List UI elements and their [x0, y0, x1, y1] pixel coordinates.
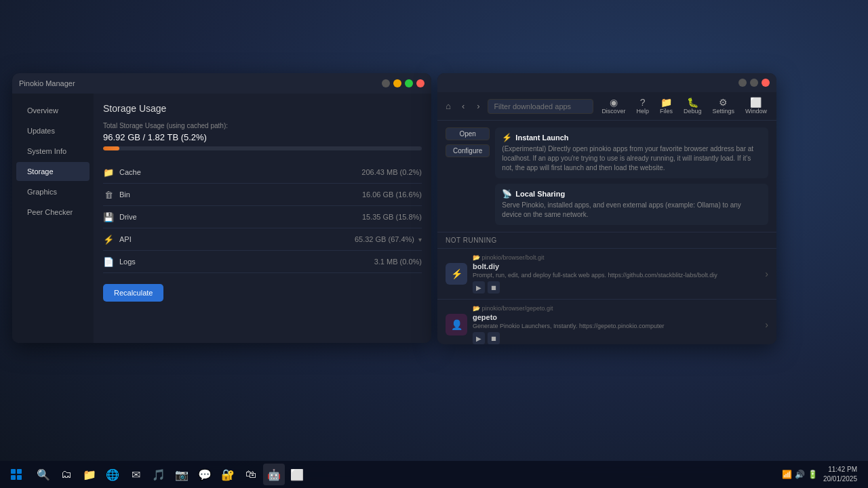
app-browser-window: ⌂ ‹ › ◉ Discover ? Help 📁 Files 🐛 Debug … — [437, 73, 776, 344]
sidebar-item-storage[interactable]: Storage — [16, 162, 90, 181]
taskbar-search-icon[interactable]: 🔍 — [33, 464, 54, 485]
gepeto-repo-icon: 📂 — [473, 305, 480, 312]
taskbar-security-icon[interactable]: 🔐 — [217, 464, 239, 485]
close-button[interactable] — [416, 79, 425, 87]
bolt-info: 📂 pinokio/browser/bolt.git bolt.diy Prom… — [473, 254, 760, 293]
volume-icon: 🔊 — [795, 470, 805, 479]
debug-toolbar-item[interactable]: 🐛 Debug — [679, 96, 706, 116]
recalculate-button[interactable]: Recalculate — [103, 284, 163, 302]
api-name: API — [119, 235, 132, 243]
not-running-label: NOT RUNNING — [437, 232, 776, 249]
taskbar-date-display: 20/01/2025 — [823, 474, 857, 484]
help-toolbar-item[interactable]: ? Help — [632, 96, 653, 116]
cache-size: 206.43 MB (0.2%) — [361, 168, 422, 176]
fullscreen-button[interactable] — [405, 79, 413, 87]
local-sharing-panel: 📡 Local Sharing Serve Pinokio, installed… — [495, 184, 768, 225]
info-panels: ⚡ Instant Launch (Experimental) Directly… — [495, 127, 768, 225]
cache-icon: 📁 — [103, 167, 114, 178]
sidebar-item-updates[interactable]: Updates — [16, 121, 90, 140]
storage-item-bin[interactable]: 🗑 Bin 16.06 GB (16.6%) — [103, 184, 422, 206]
bin-name: Bin — [119, 190, 130, 199]
api-size: 65.32 GB (67.4%) ▾ — [355, 235, 422, 243]
back-button[interactable]: ‹ — [458, 99, 469, 114]
taskbar-music-icon[interactable]: 🎵 — [148, 464, 170, 485]
bolt-play-button[interactable]: ▶ — [473, 281, 485, 293]
taskbar-terminal-icon[interactable]: ⬜ — [286, 464, 308, 485]
debug-label: Debug — [684, 108, 702, 115]
pinokio-title: Pinokio Manager — [19, 79, 75, 87]
window-toolbar-item[interactable]: ⬜ Window — [741, 96, 771, 116]
discover-toolbar-item[interactable]: ◉ Discover — [597, 96, 629, 116]
bolt-stop-button[interactable]: ⏹ — [488, 281, 500, 293]
settings-toolbar-item[interactable]: ⚙ Settings — [708, 96, 738, 116]
minimize-button[interactable] — [382, 79, 390, 87]
bolt-repo-path: 📂 pinokio/browser/bolt.git — [473, 254, 760, 261]
maximize-button[interactable] — [393, 79, 401, 87]
gepeto-stop-button[interactable]: ⏹ — [488, 332, 500, 344]
instant-launch-desc: (Experimental) Directly open pinokio app… — [502, 144, 762, 173]
app-maximize-button[interactable] — [750, 79, 758, 87]
open-button[interactable]: Open — [446, 127, 490, 140]
bolt-action-buttons: ▶ ⏹ — [473, 281, 760, 293]
bolt-repo-icon: 📂 — [473, 254, 480, 261]
gepeto-repo-path: 📂 pinokio/browser/gepeto.git — [473, 305, 760, 312]
taskbar-taskview-icon[interactable]: 🗂 — [56, 464, 77, 485]
app-close-button[interactable] — [762, 79, 770, 87]
taskbar-mail-icon[interactable]: ✉ — [125, 464, 146, 485]
bin-size: 16.06 GB (16.6%) — [362, 190, 422, 199]
sidebar: Overview Updates System Info Storage Gra… — [12, 94, 94, 343]
sidebar-item-overview[interactable]: Overview — [16, 101, 90, 120]
taskbar-edge-icon[interactable]: 🌐 — [102, 464, 123, 485]
pinokio-manager-window: Pinokio Manager Overview Updates System … — [12, 73, 431, 343]
gepeto-desc: Generate Pinokio Launchers, Instantly. h… — [473, 323, 760, 329]
discover-label: Discover — [601, 108, 625, 115]
bolt-name: bolt.diy — [473, 262, 760, 270]
taskbar-clock[interactable]: 11:42 PM 20/01/2025 — [823, 465, 857, 484]
storage-item-logs[interactable]: 📄 Logs 3.1 MB (0.0%) — [103, 251, 422, 273]
bolt-avatar: ⚡ — [446, 263, 467, 285]
info-buttons: Open Configure — [446, 127, 490, 225]
drive-size: 15.35 GB (15.8%) — [362, 213, 422, 221]
taskbar-chat-icon[interactable]: 💬 — [194, 464, 216, 485]
gepeto-info: 📂 pinokio/browser/gepeto.git gepeto Gene… — [473, 305, 760, 344]
search-input[interactable] — [488, 99, 593, 114]
taskbar-store-icon[interactable]: 🛍 — [240, 464, 262, 485]
app-minimize-button[interactable] — [738, 79, 747, 87]
local-sharing-desc: Serve Pinokio, installed apps, and even … — [502, 201, 762, 220]
api-icon: ⚡ — [103, 234, 114, 245]
configure-button[interactable]: Configure — [446, 144, 490, 157]
gepeto-play-button[interactable]: ▶ — [473, 332, 485, 344]
sidebar-item-graphics[interactable]: Graphics — [16, 182, 90, 201]
bolt-desc: Prompt, run, edit, and deploy full-stack… — [473, 272, 760, 279]
files-icon: 📁 — [660, 98, 672, 107]
storage-item-cache[interactable]: 📁 Cache 206.43 MB (0.2%) — [103, 161, 422, 184]
files-toolbar-item[interactable]: 📁 Files — [656, 96, 677, 116]
storage-total-label: Total Storage Usage (using cached path): — [103, 122, 422, 129]
storage-item-left: 📁 Cache — [103, 167, 141, 178]
debug-icon: 🐛 — [687, 98, 698, 107]
storage-item-left: 📄 Logs — [103, 256, 136, 267]
gepeto-name: gepeto — [473, 313, 760, 321]
storage-item-drive[interactable]: 💾 Drive 15.35 GB (15.8%) — [103, 206, 422, 228]
sidebar-item-system-info[interactable]: System Info — [16, 142, 90, 161]
window-icon: ⬜ — [750, 98, 762, 107]
info-section: Open Configure ⚡ Instant Launch (Experim… — [437, 121, 776, 232]
sidebar-item-peer-checker[interactable]: Peer Checker — [16, 203, 90, 222]
bolt-chevron-icon: › — [765, 268, 768, 279]
start-button[interactable] — [5, 464, 27, 485]
list-item[interactable]: 👤 📂 pinokio/browser/gepeto.git gepeto Ge… — [437, 300, 776, 344]
storage-item-api[interactable]: ⚡ API 65.32 GB (67.4%) ▾ — [103, 228, 422, 251]
storage-section-title: Storage Usage — [103, 103, 422, 114]
taskbar-photo-icon[interactable]: 📷 — [171, 464, 193, 485]
storage-item-left: 💾 Drive — [103, 211, 137, 222]
list-item[interactable]: ⚡ 📂 pinokio/browser/bolt.git bolt.diy Pr… — [437, 249, 776, 300]
taskbar-files-icon[interactable]: 📁 — [79, 464, 100, 485]
home-button[interactable]: ⌂ — [443, 99, 454, 114]
api-chevron-icon: ▾ — [418, 236, 422, 243]
window-controls — [382, 79, 425, 87]
forward-button[interactable]: › — [473, 99, 484, 114]
instant-launch-panel: ⚡ Instant Launch (Experimental) Directly… — [495, 127, 768, 178]
taskbar-pinokio-icon[interactable]: 🤖 — [263, 464, 285, 485]
storage-item-left: ⚡ API — [103, 234, 132, 245]
taskbar-sys-icons: 📶 🔊 🔋 — [782, 470, 818, 479]
